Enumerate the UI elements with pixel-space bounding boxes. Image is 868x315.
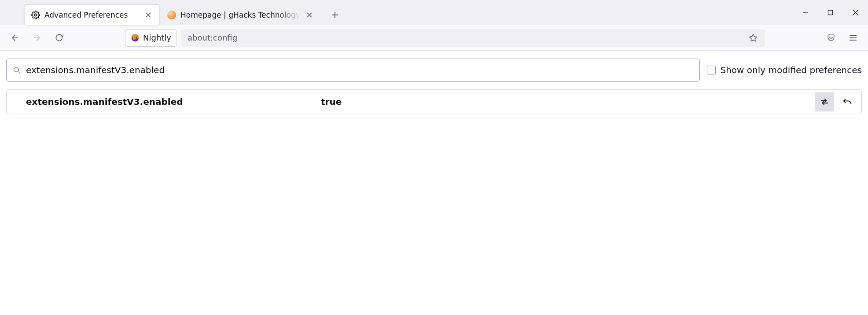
close-window-button[interactable] — [843, 4, 868, 22]
navigation-toolbar: Nightly about:config — [0, 25, 868, 51]
undo-icon — [842, 97, 852, 107]
toggle-button[interactable] — [815, 92, 834, 111]
bookmark-star-button[interactable] — [746, 30, 761, 45]
toggle-icon — [820, 97, 829, 107]
about-config-content: Show only modified preferences extension… — [0, 51, 868, 122]
tab-title: Homepage | gHacks Technology — [180, 11, 300, 19]
search-icon — [13, 66, 21, 74]
tab-close-button[interactable] — [305, 10, 314, 20]
tab-close-button[interactable] — [143, 10, 153, 20]
tab-bar: Advanced Preferences Homepage | gHacks T… — [0, 0, 868, 25]
gear-icon — [31, 11, 40, 19]
reset-button[interactable] — [838, 92, 857, 111]
checkbox-icon — [707, 66, 716, 74]
svg-point-0 — [34, 14, 37, 16]
urlbar-container: Nightly about:config — [125, 29, 765, 47]
firefox-nightly-icon — [131, 33, 140, 42]
checkbox-label: Show only modified preferences — [720, 65, 862, 75]
maximize-button[interactable] — [818, 4, 843, 22]
pocket-button[interactable] — [822, 29, 840, 47]
modified-only-toggle[interactable]: Show only modified preferences — [707, 65, 862, 75]
back-button[interactable] — [6, 29, 24, 47]
reload-button[interactable] — [50, 29, 68, 47]
url-text: about:config — [188, 33, 746, 42]
preference-row: extensions.manifestV3.enabled true — [6, 89, 862, 114]
tab-advanced-preferences[interactable]: Advanced Preferences — [25, 5, 159, 25]
tab-ghacks[interactable]: Homepage | gHacks Technology — [161, 5, 320, 25]
ghacks-favicon — [167, 11, 176, 19]
preference-search-box[interactable] — [6, 59, 700, 82]
preference-value[interactable]: true — [321, 96, 815, 107]
identity-box[interactable]: Nightly — [125, 29, 177, 47]
new-tab-button[interactable] — [327, 7, 343, 23]
tab-title: Advanced Preferences — [44, 11, 139, 19]
url-bar[interactable]: about:config — [181, 29, 765, 47]
minimize-button[interactable] — [793, 4, 818, 22]
search-row: Show only modified preferences — [6, 59, 862, 82]
svg-rect-1 — [828, 10, 832, 15]
identity-label: Nightly — [143, 33, 171, 42]
preference-search-input[interactable] — [26, 65, 693, 75]
svg-marker-3 — [750, 34, 757, 41]
preference-name[interactable]: extensions.manifestV3.enabled — [26, 96, 321, 107]
app-menu-button[interactable] — [844, 29, 862, 47]
preference-actions — [815, 92, 857, 111]
forward-button[interactable] — [28, 29, 46, 47]
window-controls — [793, 0, 868, 25]
